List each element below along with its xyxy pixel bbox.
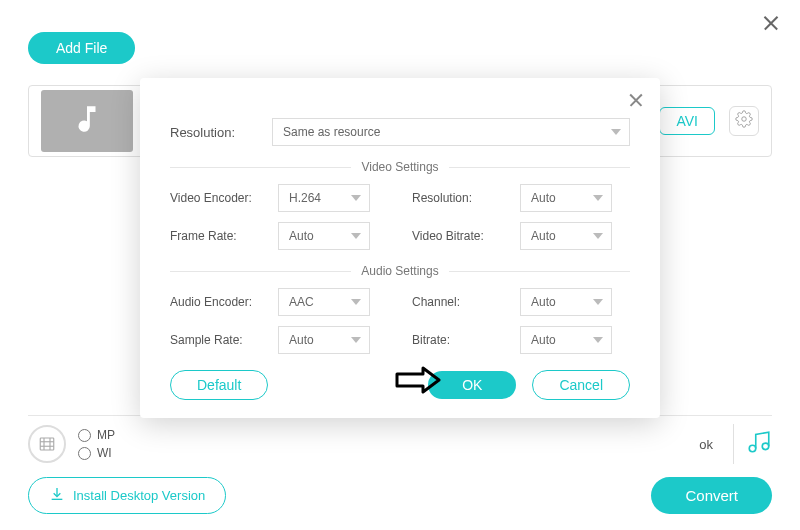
channel-label: Channel: (412, 295, 512, 309)
format-radio-group: MP WI (78, 428, 115, 460)
select-value: Auto (531, 229, 556, 243)
settings-dialog: Resolution: Same as resource Video Setti… (140, 78, 660, 418)
dialog-close-icon[interactable] (626, 90, 646, 110)
video-settings-heading: Video Settings (170, 160, 630, 174)
svg-point-0 (742, 117, 747, 122)
svg-point-6 (749, 445, 756, 452)
svg-rect-1 (40, 438, 54, 450)
convert-button[interactable]: Convert (651, 477, 772, 514)
sample-rate-select[interactable]: Auto (278, 326, 370, 354)
select-value: Auto (289, 333, 314, 347)
video-bitrate-label: Video Bitrate: (412, 229, 512, 243)
video-resolution-label: Resolution: (412, 191, 512, 205)
audio-bitrate-select[interactable]: Auto (520, 326, 612, 354)
select-value: Auto (289, 229, 314, 243)
music-note-icon (70, 102, 104, 140)
channel-select[interactable]: Auto (520, 288, 612, 316)
footer: Install Desktop Version Convert (28, 477, 772, 514)
ok-button[interactable]: OK (428, 371, 516, 399)
default-button[interactable]: Default (170, 370, 268, 400)
resolution-value: Same as resource (283, 125, 380, 139)
audio-encoder-select[interactable]: AAC (278, 288, 370, 316)
select-value: Auto (531, 295, 556, 309)
video-bitrate-select[interactable]: Auto (520, 222, 612, 250)
settings-gear-button[interactable] (729, 106, 759, 136)
install-desktop-button[interactable]: Install Desktop Version (28, 477, 226, 514)
output-format-row: MP WI ok (28, 418, 772, 470)
radio-label: WI (97, 446, 112, 460)
resolution-select[interactable]: Same as resource (272, 118, 630, 146)
select-value: H.264 (289, 191, 321, 205)
svg-point-7 (762, 443, 769, 450)
chevron-down-icon (593, 299, 603, 305)
audio-settings-heading: Audio Settings (170, 264, 630, 278)
audio-tab-icon[interactable] (746, 429, 772, 459)
select-value: AAC (289, 295, 314, 309)
file-thumbnail (41, 90, 133, 152)
sample-rate-label: Sample Rate: (170, 333, 270, 347)
video-tab-icon[interactable] (28, 425, 66, 463)
chevron-down-icon (611, 129, 621, 135)
frame-rate-label: Frame Rate: (170, 229, 270, 243)
window-close-icon[interactable] (760, 12, 782, 34)
chevron-down-icon (351, 233, 361, 239)
install-label: Install Desktop Version (73, 488, 205, 503)
resolution-label: Resolution: (170, 125, 260, 140)
cancel-button[interactable]: Cancel (532, 370, 630, 400)
vertical-divider (733, 424, 734, 464)
chevron-down-icon (351, 299, 361, 305)
audio-bitrate-label: Bitrate: (412, 333, 512, 347)
status-text: ok (699, 437, 721, 452)
chevron-down-icon (593, 195, 603, 201)
radio-option-2[interactable]: WI (78, 446, 115, 460)
radio-label: MP (97, 428, 115, 442)
chevron-down-icon (593, 233, 603, 239)
select-value: Auto (531, 333, 556, 347)
radio-option-1[interactable]: MP (78, 428, 115, 442)
add-file-button[interactable]: Add File (28, 32, 135, 64)
format-avi-button[interactable]: AVI (659, 107, 715, 135)
chevron-down-icon (351, 195, 361, 201)
video-encoder-select[interactable]: H.264 (278, 184, 370, 212)
audio-encoder-label: Audio Encoder: (170, 295, 270, 309)
gear-icon (735, 110, 753, 132)
download-icon (49, 486, 65, 505)
video-encoder-label: Video Encoder: (170, 191, 270, 205)
chevron-down-icon (351, 337, 361, 343)
frame-rate-select[interactable]: Auto (278, 222, 370, 250)
chevron-down-icon (593, 337, 603, 343)
video-resolution-select[interactable]: Auto (520, 184, 612, 212)
select-value: Auto (531, 191, 556, 205)
